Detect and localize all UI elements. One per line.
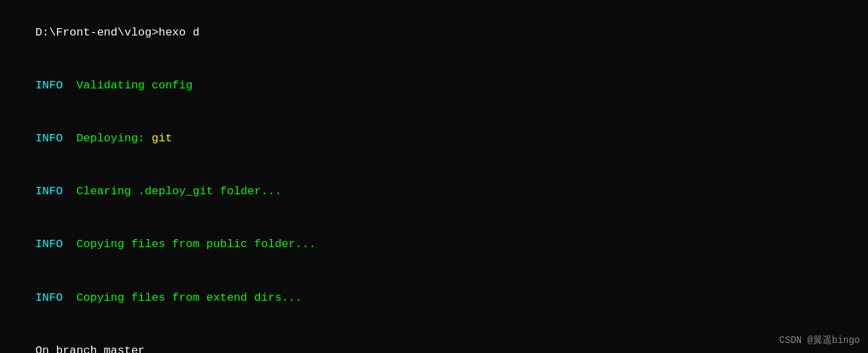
line-3-info: INFO bbox=[36, 132, 63, 145]
line-6: INFO Copying files from extend dirs... bbox=[8, 271, 860, 324]
line-4-text: Clearing .deploy_git folder... bbox=[63, 185, 282, 198]
line-2: INFO Validating config bbox=[8, 60, 860, 113]
line-7-text: On branch master bbox=[36, 344, 145, 353]
line-6-text: Copying files from extend dirs... bbox=[63, 291, 302, 304]
line-7: On branch master bbox=[8, 324, 860, 353]
line-5: INFO Copying files from public folder... bbox=[8, 218, 860, 271]
line-1: D:\Front-end\vlog>hexo d bbox=[8, 7, 860, 60]
line-3-git: git bbox=[151, 132, 172, 145]
line-5-info: INFO bbox=[36, 238, 63, 251]
line-4: INFO Clearing .deploy_git folder... bbox=[8, 165, 860, 218]
terminal-window: D:\Front-end\vlog>hexo d INFO Validating… bbox=[0, 0, 868, 353]
line-6-info: INFO bbox=[36, 291, 63, 304]
line-2-info: INFO bbox=[36, 79, 63, 92]
line-4-info: INFO bbox=[36, 185, 63, 198]
line-2-text: Validating config bbox=[63, 79, 193, 92]
line-1-text: D:\Front-end\vlog>hexo d bbox=[36, 26, 200, 39]
line-5-text: Copying files from public folder... bbox=[63, 238, 316, 251]
line-3: INFO Deploying: git bbox=[8, 113, 860, 165]
line-3-text: Deploying: bbox=[63, 132, 152, 145]
watermark: CSDN @翼遥bingo bbox=[780, 334, 860, 346]
